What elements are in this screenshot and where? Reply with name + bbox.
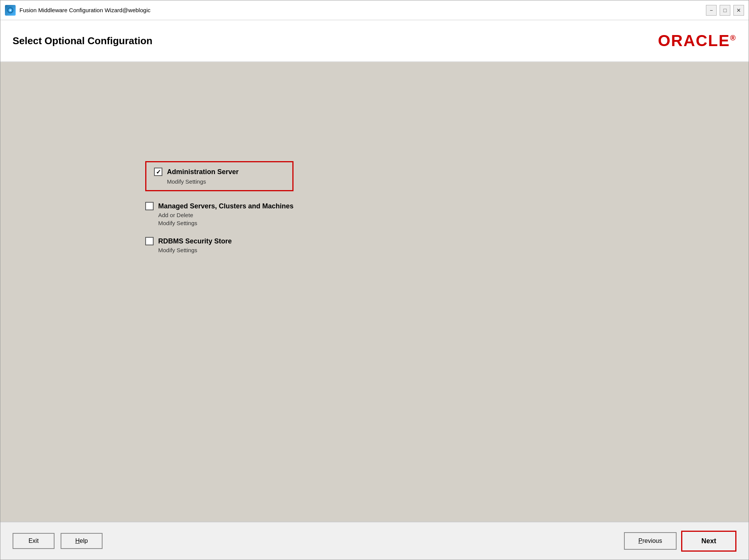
maximize-button[interactable]: □ xyxy=(720,5,730,16)
managed-servers-header: Managed Servers, Clusters and Machines xyxy=(145,202,294,210)
rdbms-security-option: RDBMS Security Store Modify Settings xyxy=(145,237,294,253)
content-area: Administration Server Modify Settings Ma… xyxy=(0,62,749,522)
footer: Exit Help Previous Next xyxy=(0,522,749,560)
admin-server-header: Administration Server xyxy=(154,168,285,176)
rdbms-security-checkbox[interactable] xyxy=(145,237,154,245)
managed-servers-option: Managed Servers, Clusters and Machines A… xyxy=(145,202,294,226)
window-title: Fusion Middleware Configuration Wizard@w… xyxy=(19,7,706,13)
managed-servers-checkbox[interactable] xyxy=(145,202,154,210)
admin-server-sub-text: Modify Settings xyxy=(167,178,285,185)
svg-point-2 xyxy=(10,10,11,11)
oracle-logo: ORACLE® xyxy=(658,32,736,50)
previous-button[interactable]: Previous xyxy=(624,532,677,550)
previous-underline-char: P xyxy=(638,538,643,544)
close-button[interactable]: ✕ xyxy=(733,5,744,16)
footer-right: Previous Next xyxy=(624,531,736,552)
rdbms-security-label: RDBMS Security Store xyxy=(158,237,232,245)
rdbms-security-sub-text: Modify Settings xyxy=(158,247,294,253)
app-icon xyxy=(5,5,16,16)
admin-server-label: Administration Server xyxy=(167,168,239,176)
main-window: Fusion Middleware Configuration Wizard@w… xyxy=(0,0,749,560)
next-button[interactable]: Next xyxy=(681,531,736,552)
admin-server-option: Administration Server Modify Settings xyxy=(145,161,294,191)
help-button[interactable]: Help xyxy=(61,533,103,549)
window-controls: − □ ✕ xyxy=(706,5,744,16)
header: Select Optional Configuration ORACLE® xyxy=(0,20,749,62)
rdbms-security-header: RDBMS Security Store xyxy=(145,237,294,245)
footer-left: Exit Help xyxy=(13,533,103,549)
exit-button[interactable]: Exit xyxy=(13,533,55,549)
managed-servers-sub-text-1: Add or Delete xyxy=(158,212,294,218)
help-underline-char: H xyxy=(75,538,80,544)
title-bar: Fusion Middleware Configuration Wizard@w… xyxy=(0,0,749,20)
managed-servers-label: Managed Servers, Clusters and Machines xyxy=(158,202,294,210)
managed-servers-sub-text-2: Modify Settings xyxy=(158,220,294,226)
options-container: Administration Server Modify Settings Ma… xyxy=(145,161,294,253)
admin-server-checkbox[interactable] xyxy=(154,168,162,176)
minimize-button[interactable]: − xyxy=(706,5,717,16)
page-title: Select Optional Configuration xyxy=(13,35,152,47)
